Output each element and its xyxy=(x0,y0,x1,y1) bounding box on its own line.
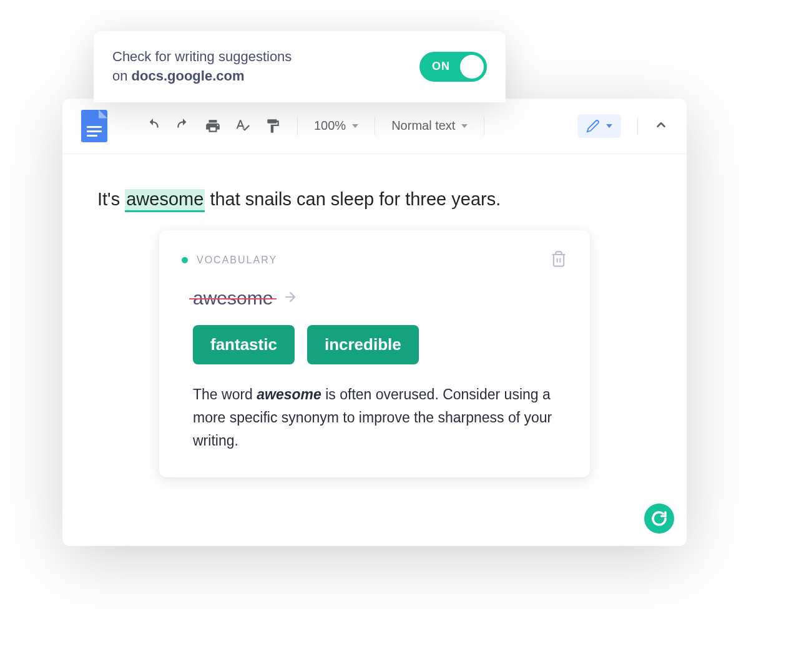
docs-window: 100% Normal text It's awesome th xyxy=(62,99,687,546)
google-docs-icon xyxy=(81,110,107,142)
toggle-line1: Check for writing suggestions xyxy=(112,49,292,64)
edit-mode-button[interactable] xyxy=(577,114,621,138)
highlighted-word[interactable]: awesome xyxy=(125,189,205,212)
docs-toolbar: 100% Normal text xyxy=(62,99,687,154)
document-text: It's awesome that snails can sleep for t… xyxy=(97,187,652,212)
original-word-strikethrough: awesome xyxy=(193,288,273,309)
category-dot-icon xyxy=(182,257,188,263)
caret-down-icon xyxy=(461,124,468,128)
toolbar-divider xyxy=(637,117,638,135)
print-icon[interactable] xyxy=(205,118,221,134)
explanation-bold-word: awesome xyxy=(257,386,321,402)
document-body[interactable]: It's awesome that snails can sleep for t… xyxy=(62,154,687,502)
toggle-domain: docs.google.com xyxy=(132,68,245,84)
toolbar-divider xyxy=(484,117,484,135)
grammarly-badge[interactable] xyxy=(644,504,674,533)
suggestion-explanation: The word awesome is often overused. Cons… xyxy=(193,383,567,452)
toggle-line2-prefix: on xyxy=(112,68,132,84)
redo-icon[interactable] xyxy=(175,118,191,134)
caret-down-icon xyxy=(606,124,612,128)
paint-format-icon[interactable] xyxy=(265,118,281,134)
toggle-state-label: ON xyxy=(432,60,450,73)
caret-down-icon xyxy=(352,124,358,128)
suggestion-category: VOCABULARY xyxy=(197,255,277,266)
dismiss-suggestion-button[interactable] xyxy=(550,250,567,270)
toggle-knob xyxy=(460,55,484,79)
toggle-description: Check for writing suggestions on docs.go… xyxy=(112,47,292,86)
spellcheck-icon[interactable] xyxy=(235,118,251,134)
sentence-suffix: that snails can sleep for three years. xyxy=(205,189,501,209)
grammarly-g-icon xyxy=(650,509,669,528)
pencil-icon xyxy=(586,119,600,133)
arrow-right-icon xyxy=(283,290,298,307)
suggestions-toggle[interactable]: ON xyxy=(419,52,487,82)
trash-icon xyxy=(550,250,567,268)
suggestion-card: VOCABULARY awesome fantastic incredible xyxy=(159,230,590,477)
paragraph-style-dropdown[interactable]: Normal text xyxy=(391,119,468,133)
zoom-dropdown[interactable]: 100% xyxy=(314,119,358,133)
style-value: Normal text xyxy=(391,119,455,133)
collapse-toolbar-icon[interactable] xyxy=(654,118,668,134)
toolbar-divider xyxy=(375,117,375,135)
sentence-prefix: It's xyxy=(97,189,125,209)
zoom-value: 100% xyxy=(314,119,346,133)
suggestion-button-fantastic[interactable]: fantastic xyxy=(193,325,295,364)
suggestion-button-incredible[interactable]: incredible xyxy=(307,325,419,364)
undo-icon[interactable] xyxy=(145,118,161,134)
toolbar-divider xyxy=(297,117,298,135)
suggestions-toggle-panel: Check for writing suggestions on docs.go… xyxy=(94,31,506,102)
